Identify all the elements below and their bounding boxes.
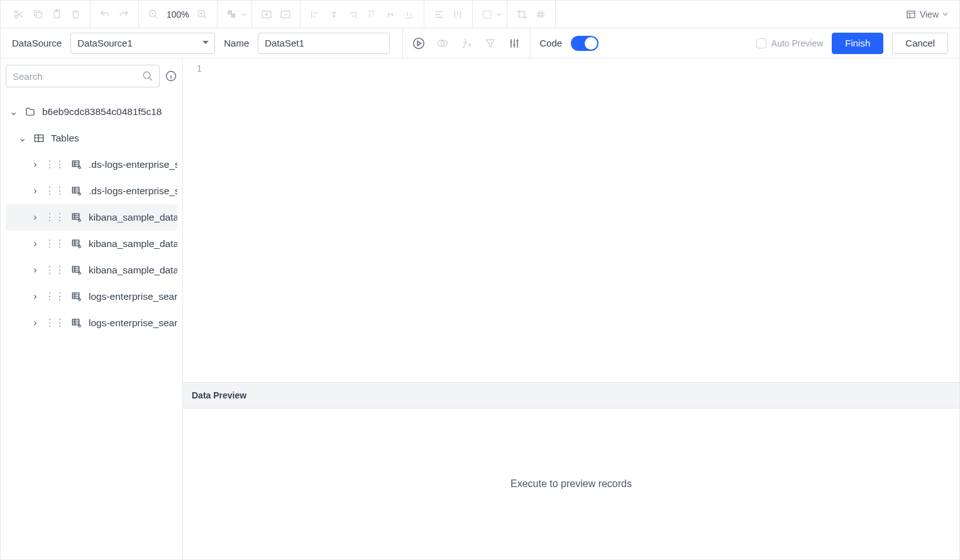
fx-icon[interactable] <box>456 33 477 54</box>
table-item[interactable]: ⌄⋮⋮logs-enterprise_searc <box>6 283 177 310</box>
paste-icon[interactable] <box>47 5 66 24</box>
editor-area: 1 Data Preview Execute to preview record… <box>183 58 959 559</box>
filter-icon[interactable] <box>480 33 501 54</box>
chevron-down-icon <box>241 12 246 17</box>
cut-icon[interactable] <box>9 5 28 24</box>
svg-point-16 <box>143 72 150 79</box>
run-button[interactable] <box>408 33 429 54</box>
tables-icon <box>33 133 45 144</box>
table-item[interactable]: ⌄⋮⋮kibana_sample_data_ <box>6 231 177 257</box>
code-toggle[interactable] <box>571 36 599 51</box>
line-gutter: 1 <box>183 58 208 382</box>
drag-handle-icon[interactable]: ⋮⋮ <box>45 238 65 250</box>
distribute-h-icon[interactable] <box>429 5 448 24</box>
svg-point-13 <box>414 38 424 48</box>
table-icon <box>71 212 82 223</box>
datasource-select[interactable]: DataSource1 <box>70 33 215 54</box>
dataset-name-input[interactable] <box>258 33 390 54</box>
chevron-down-icon <box>942 11 948 17</box>
distribute-v-icon[interactable] <box>448 5 467 24</box>
zoom-in-icon[interactable] <box>193 5 212 24</box>
view-menu[interactable]: View <box>900 5 954 24</box>
table-icon <box>71 291 82 302</box>
sidebar: ⌄ b6eb9cdc83854c0481f5c18 ⌄ Tables ⌄⋮⋮.d… <box>1 58 183 559</box>
drag-handle-icon[interactable]: ⋮⋮ <box>45 212 65 223</box>
svg-point-1 <box>14 15 18 18</box>
table-name: logs-enterprise_searc <box>89 317 177 329</box>
join-icon[interactable] <box>432 33 453 54</box>
datasource-label: DataSource <box>12 38 62 48</box>
info-icon[interactable] <box>165 70 177 82</box>
table-name: kibana_sample_data_ <box>89 212 177 223</box>
align-center-h-icon[interactable] <box>324 5 343 24</box>
table-item[interactable]: ⌄⋮⋮kibana_sample_data_ <box>6 257 177 283</box>
table-name: kibana_sample_data_ <box>89 238 177 250</box>
align-right-icon[interactable] <box>343 5 362 24</box>
code-editor[interactable] <box>208 58 959 382</box>
align-left-icon[interactable] <box>306 5 324 24</box>
zoom-level: 100% <box>163 9 193 19</box>
redo-icon[interactable] <box>114 5 133 24</box>
svg-rect-29 <box>72 293 79 299</box>
settings-sliders-icon[interactable] <box>504 33 525 54</box>
align-bottom-icon[interactable] <box>400 5 419 24</box>
align-middle-icon[interactable] <box>381 5 400 24</box>
config-bar: DataSource DataSource1 Name Code Auto Pr… <box>1 28 959 58</box>
drag-handle-icon[interactable]: ⋮⋮ <box>45 159 65 170</box>
table-icon <box>71 265 82 276</box>
grid-snap-icon[interactable] <box>531 5 550 24</box>
svg-rect-11 <box>483 11 491 18</box>
undo-icon[interactable] <box>96 5 114 24</box>
svg-rect-18 <box>35 135 43 142</box>
table-item[interactable]: ⌄⋮⋮.ds-logs-enterprise_se <box>6 151 177 178</box>
drag-handle-icon[interactable]: ⋮⋮ <box>45 317 65 329</box>
svg-rect-27 <box>72 266 79 272</box>
select-icon[interactable] <box>478 5 497 24</box>
folder-icon <box>25 106 36 118</box>
delete-icon[interactable] <box>66 5 85 24</box>
layout-icon <box>906 9 916 19</box>
tree: ⌄ b6eb9cdc83854c0481f5c18 ⌄ Tables ⌄⋮⋮.d… <box>6 99 177 336</box>
tables-node[interactable]: ⌄ Tables <box>6 125 177 151</box>
zoom-out-icon[interactable] <box>144 5 163 24</box>
crop-icon[interactable] <box>512 5 531 24</box>
svg-rect-21 <box>72 187 79 193</box>
search-input[interactable] <box>6 65 160 87</box>
tables-label: Tables <box>51 133 79 144</box>
table-icon <box>71 238 82 250</box>
table-icon <box>71 159 82 170</box>
insert-right-icon[interactable] <box>276 5 295 24</box>
auto-preview-checkbox[interactable] <box>756 38 766 48</box>
finish-button[interactable]: Finish <box>832 33 883 54</box>
preview-header: Data Preview <box>183 382 959 409</box>
group-icon[interactable] <box>223 5 241 24</box>
table-icon <box>71 317 82 329</box>
auto-preview-label: Auto Preview <box>771 38 823 48</box>
view-label: View <box>920 9 939 19</box>
preview-body: Execute to preview records <box>183 409 959 559</box>
drag-handle-icon[interactable]: ⋮⋮ <box>45 291 65 302</box>
cancel-button[interactable]: Cancel <box>892 33 948 54</box>
copy-icon[interactable] <box>28 5 47 24</box>
table-item[interactable]: ⌄⋮⋮.ds-logs-enterprise_se <box>6 178 177 204</box>
tree-root[interactable]: ⌄ b6eb9cdc83854c0481f5c18 <box>6 99 177 125</box>
svg-rect-12 <box>907 11 915 18</box>
top-toolbar: 100% View <box>1 1 959 28</box>
table-name: .ds-logs-enterprise_se <box>89 159 177 170</box>
svg-rect-25 <box>72 240 79 246</box>
preview-message: Execute to preview records <box>510 478 632 490</box>
table-item[interactable]: ⌄⋮⋮kibana_sample_data_ <box>6 204 177 231</box>
table-item[interactable]: ⌄⋮⋮logs-enterprise_searc <box>6 310 177 336</box>
svg-rect-19 <box>72 161 79 167</box>
chevron-down-icon <box>497 12 502 17</box>
align-top-icon[interactable] <box>362 5 381 24</box>
code-label: Code <box>539 38 562 48</box>
drag-handle-icon[interactable]: ⋮⋮ <box>45 265 65 276</box>
table-name: kibana_sample_data_ <box>89 265 177 276</box>
insert-left-icon[interactable] <box>257 5 276 24</box>
svg-rect-2 <box>36 13 41 18</box>
svg-rect-23 <box>72 214 79 219</box>
svg-rect-31 <box>72 319 79 325</box>
search-icon <box>142 70 153 82</box>
drag-handle-icon[interactable]: ⋮⋮ <box>45 185 65 197</box>
